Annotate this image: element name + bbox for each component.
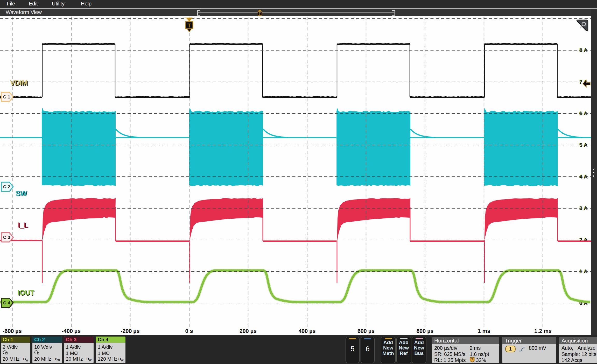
svg-text:IOUT: IOUT: [18, 289, 34, 297]
svg-text:T: T: [187, 22, 191, 29]
svg-text:1.2 ms: 1.2 ms: [534, 328, 552, 334]
svg-text:C 2: C 2: [3, 185, 10, 189]
svg-text:VDIM: VDIM: [10, 79, 28, 87]
svg-text:SW: SW: [16, 190, 27, 197]
svg-text:T: T: [471, 358, 473, 361]
svg-text:C 1: C 1: [3, 95, 10, 99]
svg-text:0 s: 0 s: [185, 328, 193, 334]
svg-text:-200 µs: -200 µs: [121, 328, 139, 334]
svg-text:400 µs: 400 µs: [298, 328, 315, 334]
svg-text:-400 µs: -400 µs: [62, 328, 81, 334]
svg-text:C 4: C 4: [3, 301, 10, 305]
svg-text:1 ms: 1 ms: [477, 328, 490, 334]
svg-text:C 3: C 3: [3, 235, 10, 240]
svg-text:T: T: [259, 12, 261, 16]
svg-text:I_L: I_L: [18, 221, 28, 229]
svg-text:600 µs: 600 µs: [357, 328, 375, 334]
svg-text:200 µs: 200 µs: [240, 328, 257, 334]
svg-text:-600 µs: -600 µs: [3, 328, 22, 334]
svg-text:800 µs: 800 µs: [416, 328, 433, 334]
